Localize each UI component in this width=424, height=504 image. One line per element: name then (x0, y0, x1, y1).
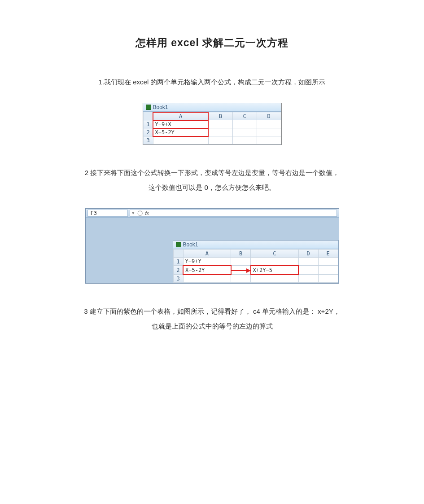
cell-A3 (153, 136, 208, 145)
cell-C3 (251, 275, 299, 283)
circle-icon: ◯ (137, 210, 143, 216)
inner-workbook-name: Book1 (183, 241, 198, 248)
col-header-D: D (257, 112, 281, 120)
fx-label: fx (145, 210, 149, 216)
arrow-cell (231, 266, 251, 275)
cell-C1 (232, 120, 257, 128)
excel-window-2: F3 ▾ ◯ fx Book1 A B C D (85, 208, 339, 284)
workspace-area: Book1 A B C D E 1 Y=9+Y (86, 218, 339, 283)
col-header-A: A (183, 250, 231, 258)
cell-C3 (232, 136, 257, 145)
spreadsheet-grid-2: A B C D E 1 Y=9+Y 2 (173, 249, 338, 283)
step-2-line2: 这个数值也可以是 0，怎么方便怎么来吧。 (149, 184, 275, 191)
row-header-2: 2 (143, 128, 153, 136)
spreadsheet-grid-1: A B C D 1 Y=9+X 2 X=5-2Y 3 (143, 112, 281, 145)
cell-D2 (298, 266, 318, 275)
cell-A2: X=5-2Y (153, 128, 208, 136)
cell-A1: Y=9+Y (183, 258, 231, 266)
select-all-corner (143, 112, 153, 120)
col-header-A: A (153, 112, 208, 120)
row-header-3: 3 (143, 136, 153, 145)
workbook-name: Book1 (153, 104, 168, 110)
cell-A2: X=5-2Y (183, 266, 231, 275)
arrow-icon (232, 270, 250, 271)
cell-A3 (183, 275, 231, 283)
cell-C2 (232, 128, 257, 136)
cell-E1 (318, 258, 338, 266)
col-header-B: B (208, 112, 232, 120)
col-header-C: C (251, 250, 299, 258)
cell-B3 (231, 275, 251, 283)
inner-window-titlebar: Book1 (173, 241, 338, 249)
cell-D1 (257, 120, 281, 128)
col-header-E: E (318, 250, 338, 258)
select-all-corner (173, 250, 183, 258)
col-header-D: D (298, 250, 318, 258)
row-header-2: 2 (173, 266, 183, 275)
dropdown-icon: ▾ (132, 210, 135, 216)
formula-bar: ▾ ◯ fx (130, 210, 337, 217)
figure-1: Book1 A B C D 1 Y=9+X 2 X=5-2Y (40, 103, 384, 145)
row-header-1: 1 (173, 258, 183, 266)
cell-A1: Y=9+X (153, 120, 208, 128)
cell-B2 (208, 128, 232, 136)
col-header-C: C (232, 112, 257, 120)
step-1-text: 1.我们现在 excel 的两个单元格输入两个公式，构成二元一次方程，如图所示 (40, 75, 384, 89)
inner-workbook: Book1 A B C D E 1 Y=9+Y (173, 240, 339, 283)
cell-D3 (298, 275, 318, 283)
step-3-line1: 3 建立下面的紫色的一个表格，如图所示，记得看好了， c4 单元格输入的是： x… (84, 307, 340, 315)
cell-D3 (257, 136, 281, 145)
col-header-B: B (231, 250, 251, 258)
cell-D2 (257, 128, 281, 136)
formula-bar-row: F3 ▾ ◯ fx (86, 209, 339, 218)
excel-icon (146, 105, 151, 110)
row-header-3: 3 (173, 275, 183, 283)
cell-B1 (208, 120, 232, 128)
step-3-line2: 也就是上面的公式中的等号的左边的算式 (152, 322, 273, 330)
cell-C1 (251, 258, 299, 266)
row-header-1: 1 (143, 120, 153, 128)
name-box: F3 (87, 210, 128, 217)
window-titlebar: Book1 (143, 103, 281, 112)
cell-E3 (318, 275, 338, 283)
cell-E2 (318, 266, 338, 275)
page-title: 怎样用 excel 求解二元一次方程 (40, 36, 384, 50)
excel-icon (176, 242, 181, 247)
cell-C2: X+2Y=5 (251, 266, 299, 275)
step-2-line1: 2 接下来将下面这个公式转换一下形式，变成等号左边是变量，等号右边是一个数值， (85, 169, 340, 176)
excel-window-1: Book1 A B C D 1 Y=9+X 2 X=5-2Y (143, 103, 282, 145)
step-3-text: 3 建立下面的紫色的一个表格，如图所示，记得看好了， c4 单元格输入的是： x… (40, 304, 384, 333)
figure-2: F3 ▾ ◯ fx Book1 A B C D (40, 208, 384, 284)
step-2-text: 2 接下来将下面这个公式转换一下形式，变成等号左边是变量，等号右边是一个数值， … (40, 165, 384, 195)
cell-D1 (298, 258, 318, 266)
cell-B3 (208, 136, 232, 145)
cell-B1 (231, 258, 251, 266)
